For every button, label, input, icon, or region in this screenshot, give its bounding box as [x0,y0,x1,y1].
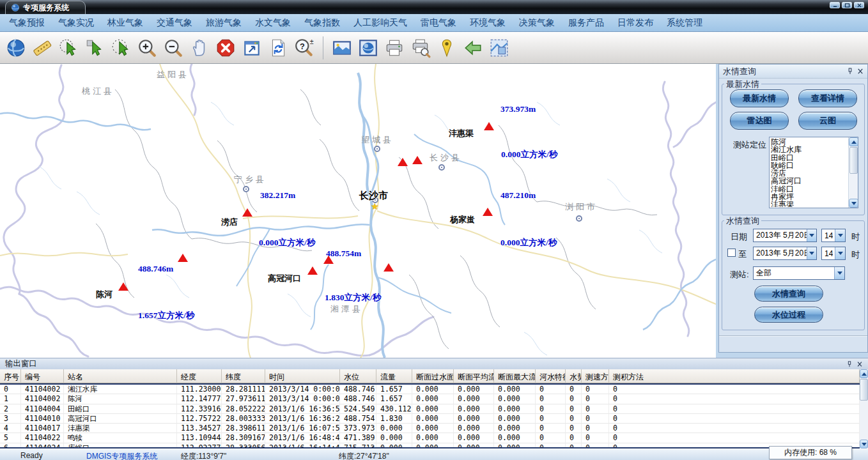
scroll-up-button[interactable] [849,137,858,146]
pin-icon[interactable] [847,68,853,75]
menu-item-5[interactable]: 旅游气象 [206,17,242,29]
menu-item-1[interactable]: 气象预报 [9,17,45,29]
column-header-15[interactable]: 测积方法 [609,369,860,383]
radar-chart-button[interactable]: 雷达图 [730,112,789,130]
station-triangle-marker[interactable] [384,263,394,272]
pan-hand-button[interactable] [189,38,210,58]
menu-item-13[interactable]: 日常发布 [617,17,653,29]
scroll-down-button[interactable] [860,440,868,448]
scroll-down-button[interactable] [849,199,858,208]
dropdown-button[interactable] [835,247,845,259]
new-window-button[interactable] [242,38,262,58]
menu-item-7[interactable]: 气象指数 [304,17,340,29]
column-header-1[interactable]: 序号 [0,369,21,383]
station-listbox[interactable]: 陈河湘江水库田峪口耿峪口涝店高冠河口沣峪口冉家坪沣惠渠 [769,137,858,208]
locate-pin-button[interactable] [437,38,457,58]
table-row-5[interactable]: 541104022鸣犊113.10944428.3091672013/1/6 1… [0,433,860,443]
station-triangle-marker[interactable] [307,266,318,275]
station-triangle-marker[interactable] [483,208,493,216]
scroll-thumb[interactable] [849,147,858,174]
measure-button[interactable] [32,38,52,58]
date-to-combo[interactable]: 2013年 5月20日 [753,247,817,260]
maximize-button[interactable] [842,2,852,8]
latest-water-button[interactable]: 最新水情 [730,89,789,107]
to-date-checkbox[interactable] [727,249,736,257]
stop-button[interactable] [215,38,236,58]
menu-item-10[interactable]: 环境气象 [470,17,506,29]
water-level-process-button[interactable]: 水位过程 [754,307,823,323]
column-header-11[interactable]: 断面最大流 [494,369,536,383]
station-triangle-marker[interactable] [242,208,252,217]
cloud-image-button[interactable]: 云图 [798,112,857,130]
column-header-6[interactable]: 时间 [265,369,340,383]
identify-button[interactable]: ?± [294,38,314,58]
date-from-combo[interactable]: 2013年 5月20日 [753,229,817,242]
station-list-item-9[interactable]: 沣惠渠 [771,201,848,207]
station-list-item-2[interactable]: 湘江水库 [771,146,848,153]
column-header-7[interactable]: 水位 [340,369,376,383]
select-arrow-button[interactable] [84,38,105,58]
menu-item-2[interactable]: 气象实况 [58,17,94,29]
dropdown-button[interactable] [834,267,844,279]
menu-item-8[interactable]: 人工影响天气 [353,17,407,29]
menu-item-12[interactable]: 服务产品 [568,17,604,29]
select-lasso-button[interactable] [58,38,79,58]
zoom-out-button[interactable] [163,38,183,58]
menu-item-9[interactable]: 雷电气象 [421,17,456,29]
column-header-5[interactable]: 纬度 [222,369,265,383]
table-row-3[interactable]: 341104010高冠河口112.75722228.0033332013/1/6… [0,414,860,424]
station-triangle-marker[interactable] [398,158,408,166]
listbox-scrollbar[interactable] [848,137,858,208]
dropdown-button[interactable] [835,229,845,241]
hour-from-combo[interactable]: 14 [821,229,846,242]
column-header-10[interactable]: 断面平均流 [454,369,494,383]
close-button[interactable] [854,2,864,8]
menu-item-6[interactable]: 水文气象 [255,17,291,29]
column-header-9[interactable]: 断面过水面 [412,369,454,383]
table-row-6[interactable]: 641104024库峪口112.92277828.3330562013/1/6 … [0,443,860,448]
close-icon[interactable] [857,68,864,75]
pin-icon[interactable] [846,361,853,367]
table-row-4[interactable]: 441104017沣惠渠113.34527828.3986112013/1/6 … [0,424,860,433]
station-triangle-marker[interactable] [323,256,334,264]
menu-item-4[interactable]: 交通气象 [157,17,192,29]
globe-view-button[interactable] [358,38,378,58]
hour-to-combo[interactable]: 14 [821,247,846,260]
station-select-combo[interactable]: 全部 [753,266,845,280]
menu-item-14[interactable]: 系统管理 [667,17,702,29]
app-tab[interactable]: 专项服务系统 [5,1,86,14]
print-button[interactable] [384,38,405,58]
overview-map-button[interactable] [489,38,509,58]
print-preview-button[interactable] [410,38,431,58]
column-header-4[interactable]: 经度 [177,369,222,383]
station-triangle-marker[interactable] [178,254,188,262]
column-header-3[interactable]: 站名 [64,369,177,383]
minimize-button[interactable] [830,2,840,8]
zoom-in-button[interactable] [137,38,157,58]
station-list-item-6[interactable]: 高冠河口 [771,177,848,185]
column-header-8[interactable]: 流量 [376,369,412,383]
view-details-button[interactable]: 查看详情 [798,89,857,107]
dropdown-button[interactable] [807,247,816,259]
station-triangle-marker[interactable] [118,282,128,291]
table-row-2[interactable]: 241104004田峪口112.33916728.0522222013/1/6 … [0,404,860,414]
menu-item-3[interactable]: 林业气象 [107,17,143,29]
map-viewport[interactable]: 益阳县桃江县宁乡县望城县长沙县浏阳市湘潭县沣惠渠涝店高冠河口陈河杨家蚩373.9… [0,64,716,358]
water-query-button[interactable]: 水情查询 [754,286,823,302]
menu-item-11[interactable]: 决策气象 [519,17,555,29]
column-header-13[interactable]: 水势 [566,369,582,383]
station-triangle-marker[interactable] [412,156,422,164]
scroll-thumb[interactable] [860,379,868,401]
column-header-2[interactable]: 编号 [21,369,64,383]
column-header-12[interactable]: 河水特征码 [536,369,566,383]
table-scrollbar[interactable] [860,369,868,448]
select-dotted-button[interactable] [111,38,131,58]
table-row-0[interactable]: 041104002湘江水库111.23000028.2811112013/3/1… [0,385,860,394]
globe-button[interactable] [6,38,26,58]
close-icon[interactable] [856,361,863,367]
back-arrow-button[interactable] [463,38,483,58]
refresh-button[interactable] [268,38,288,58]
station-triangle-marker[interactable] [484,122,494,130]
table-row-1[interactable]: 141104002陈河112.14777827.9736112013/3/14 … [0,394,860,404]
scroll-up-button[interactable] [860,369,868,378]
